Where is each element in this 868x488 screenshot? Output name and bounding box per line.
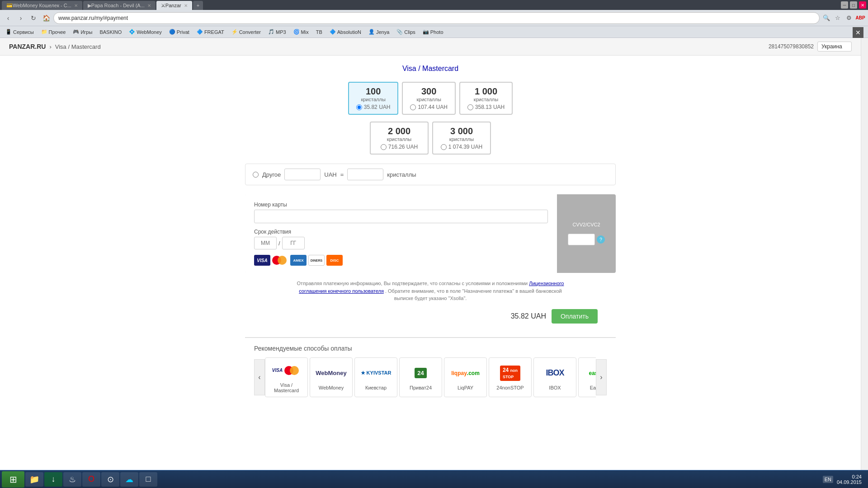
method-privat24[interactable]: 24 Приват24	[399, 357, 442, 397]
package-3000[interactable]: 3 000 кристаллы 1 074.39 UAH	[432, 122, 491, 155]
package-1000-amount: 1 000	[467, 86, 505, 97]
bookmark-photo[interactable]: 📷 Photo	[420, 28, 446, 36]
pay-amount: 35.82 UAH	[511, 312, 546, 320]
custom-radio[interactable]	[253, 172, 259, 178]
refresh-button[interactable]: ↻	[28, 13, 39, 23]
pay-button[interactable]: Оплатить	[552, 309, 598, 324]
method-24nonstop[interactable]: 24 nonSTOP 24nonSTOP	[489, 357, 532, 397]
bookmark-jenya[interactable]: 👤 Jenya	[366, 28, 392, 36]
privat24-logo: 24	[415, 364, 426, 382]
header-right: 281475079830852 Украина Россия	[769, 42, 852, 52]
bookmark-absolution[interactable]: 🔷 AbsolutioN	[327, 28, 364, 36]
tab-1[interactable]: 💳 WebMoney Кошелек - С... ✕	[2, 1, 82, 10]
method-easypay[interactable]: easyPay EasyPay	[578, 357, 596, 397]
methods-next-btn[interactable]: ›	[596, 359, 607, 395]
method-kyivstar[interactable]: ★ KYIVSTAR Киевстар	[354, 357, 397, 397]
card-form: Номер карты Срок действия / VISA	[245, 194, 616, 273]
expiry-month-input[interactable]	[254, 237, 277, 249]
tab-2-title: Papa Roach - Devil (A...	[91, 3, 145, 8]
card-number-input[interactable]	[254, 210, 548, 223]
package-2000[interactable]: 2 000 кристаллы 716.26 UAH	[370, 122, 429, 155]
taskbar-steam[interactable]: ♨	[63, 472, 81, 487]
package-2000-price: 716.26 UAH	[388, 144, 418, 150]
custom-label: Другое	[262, 171, 281, 178]
package-3000-radio[interactable]	[441, 144, 447, 150]
cvv-help-btn[interactable]: ?	[597, 235, 605, 244]
tab-1-close[interactable]: ✕	[74, 3, 78, 8]
custom-uah-input[interactable]	[284, 169, 321, 180]
page-content: PANZAR.RU › Visa / Mastercard 2814750798…	[0, 38, 861, 488]
method-privat24-name: Приват24	[410, 385, 432, 390]
bookmark-mix[interactable]: 🌀 Mix	[291, 28, 311, 36]
taskbar-unknown[interactable]: □	[139, 472, 157, 487]
adblock-icon[interactable]: ABP	[855, 13, 865, 23]
package-100[interactable]: 100 кристаллы 35.82 UAH	[348, 82, 399, 115]
custom-crystals-input[interactable]	[347, 169, 383, 180]
method-visa-mc[interactable]: VISA Visa / Mastercard	[265, 357, 308, 397]
maximize-btn[interactable]: □	[850, 1, 857, 9]
terms-text: Отправляя платежную информацию, Вы подтв…	[295, 280, 566, 302]
new-tab-btn[interactable]: +	[193, 1, 203, 10]
24nonstop-logo: 24 nonSTOP	[500, 364, 520, 382]
package-1000[interactable]: 1 000 кристаллы 358.13 UAH	[459, 82, 513, 115]
tab-3[interactable]: ⚔ Panzar ✕	[156, 1, 192, 10]
package-300-amount: 300	[410, 86, 447, 97]
method-liqpay[interactable]: liqpay.com LiqPAY	[444, 357, 487, 397]
bookmark-other[interactable]: 📁 Прочее	[38, 28, 69, 36]
nav-icons: 🔍 ☆ ⚙ ABP	[821, 13, 865, 23]
method-ibox[interactable]: IBOX IBOX	[533, 357, 576, 397]
home-button[interactable]: 🏠	[41, 13, 52, 23]
minimize-btn[interactable]: ─	[841, 1, 848, 9]
bookmark-fregat[interactable]: 🔷 FREGAT	[194, 28, 227, 36]
taskbar-opera[interactable]: O	[82, 472, 100, 487]
tab-3-close[interactable]: ✕	[184, 3, 188, 8]
webmoney-logo: WebMoney	[316, 364, 346, 382]
tab-2-close[interactable]: ✕	[147, 3, 151, 8]
payment-section: Visa / Mastercard 100 кристаллы 35.82 UA…	[227, 56, 634, 413]
forward-button[interactable]: ›	[15, 13, 26, 23]
taskbar-file-explorer[interactable]: 📁	[25, 472, 43, 487]
bookmark-baskino[interactable]: BASKINO	[97, 28, 124, 36]
search-icon[interactable]: 🔍	[821, 13, 831, 23]
package-300-radio[interactable]	[410, 104, 416, 110]
taskbar-skype[interactable]: ☁	[120, 472, 138, 487]
cvv-input[interactable]	[568, 234, 595, 245]
kyivstar-logo: ★ KYIVSTAR	[361, 364, 392, 382]
start-button[interactable]: ⊞	[2, 471, 24, 488]
methods-prev-btn[interactable]: ‹	[254, 359, 265, 395]
method-liqpay-name: LiqPAY	[458, 385, 473, 390]
payment-methods-row: ‹ VISA Visa / Mastercard	[254, 357, 607, 397]
taskbar-chrome[interactable]: ⊙	[101, 472, 119, 487]
expiry-year-input[interactable]	[282, 237, 305, 249]
overlay-close-btn[interactable]: ✕	[853, 27, 863, 38]
bookmark-privat[interactable]: 🔵 Privat	[166, 28, 192, 36]
bookmark-clips[interactable]: 📎 Clips	[394, 28, 418, 36]
scrollbar[interactable]	[861, 38, 868, 488]
package-100-radio[interactable]	[356, 104, 362, 110]
close-btn[interactable]: ✕	[859, 1, 866, 9]
settings-icon[interactable]: ⚙	[844, 13, 854, 23]
pay-row: 35.82 UAH Оплатить	[245, 309, 616, 324]
bookmark-games[interactable]: 🎮 Игры	[70, 28, 95, 36]
tabs-container: 💳 WebMoney Кошелек - С... ✕ ▶ Papa Roach…	[2, 0, 204, 10]
bookmark-webmoney[interactable]: 💠 WebMoney	[126, 28, 164, 36]
title-bar: 💳 WebMoney Кошелек - С... ✕ ▶ Papa Roach…	[0, 0, 868, 10]
method-webmoney[interactable]: WebMoney WebMoney	[310, 357, 353, 397]
bookmark-converter[interactable]: ⚡ Converter	[229, 28, 264, 36]
back-button[interactable]: ‹	[3, 13, 14, 23]
package-1000-radio[interactable]	[467, 104, 473, 110]
custom-equals: =	[340, 171, 344, 178]
package-2000-radio[interactable]	[381, 144, 387, 150]
taskbar-torrent[interactable]: ↓	[44, 472, 62, 487]
star-icon[interactable]: ☆	[833, 13, 843, 23]
bookmark-tb[interactable]: TB	[313, 28, 325, 36]
bookmark-mp3[interactable]: 🎵 MP3	[265, 28, 289, 36]
package-2000-price-row: 716.26 UAH	[378, 144, 420, 150]
package-3000-price-row: 1 074.39 UAH	[440, 144, 483, 150]
bookmark-services[interactable]: 📱 Сервисы	[3, 28, 37, 36]
package-300[interactable]: 300 кристаллы 107.44 UAH	[402, 82, 455, 115]
tab-2[interactable]: ▶ Papa Roach - Devil (A... ✕	[83, 1, 156, 10]
address-bar[interactable]	[53, 12, 820, 24]
discover-logo: DISC	[326, 255, 343, 266]
country-select[interactable]: Украина Россия	[817, 42, 852, 52]
